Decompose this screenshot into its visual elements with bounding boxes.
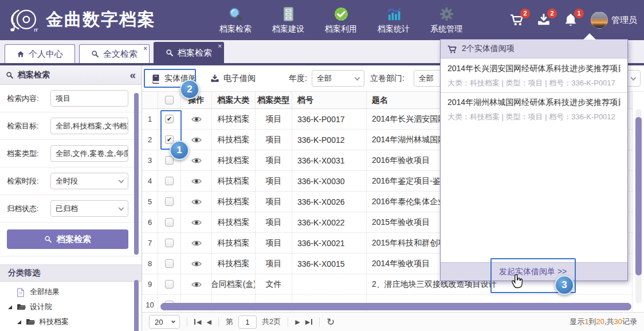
tree-item-tech-archives[interactable]: ◢ 科技档案 bbox=[0, 314, 142, 329]
view-icon[interactable] bbox=[191, 178, 202, 185]
nav-archive-utilization[interactable]: 档案利用 bbox=[319, 6, 363, 34]
view-icon[interactable] bbox=[191, 137, 202, 143]
view-icon[interactable] bbox=[191, 116, 202, 123]
popup-footer: 发起实体借阅单 >> bbox=[441, 262, 627, 281]
cell-archive-type: 项目 bbox=[256, 150, 292, 170]
view-icon[interactable] bbox=[191, 219, 202, 226]
tab-archive-search[interactable]: 档案检索 × bbox=[154, 42, 224, 63]
tree-label: 设计院 bbox=[30, 302, 52, 312]
expander-open-icon[interactable]: ◢ bbox=[7, 304, 13, 310]
tree-scrollbar[interactable] bbox=[134, 280, 139, 331]
button-label: 电子借阅 bbox=[223, 73, 256, 84]
last-page-button[interactable]: ▶ bbox=[305, 318, 312, 326]
scrollbar-thumb[interactable] bbox=[160, 303, 631, 310]
nav-archive-construction[interactable]: 档案建设 bbox=[266, 6, 311, 34]
next-page-button[interactable]: ▶ bbox=[295, 318, 300, 326]
view-icon[interactable] bbox=[191, 281, 202, 288]
cell-code: 336-K-P0017 bbox=[292, 109, 367, 129]
page-number-input[interactable] bbox=[238, 316, 257, 329]
row-checkbox[interactable]: ✔ bbox=[165, 197, 174, 206]
refresh-button[interactable]: ↻ bbox=[327, 316, 335, 328]
cell-archive-class: 科技档案 bbox=[212, 212, 256, 232]
borrow-item-meta: 大类：科技档案 | 类型：项目 | 档号：336-K-P0017 bbox=[447, 78, 621, 88]
horizontal-scrollbar[interactable] bbox=[160, 303, 631, 310]
row-checkbox[interactable]: ✔ bbox=[165, 239, 174, 247]
check-icon: ✔ bbox=[167, 116, 172, 122]
tab-label: 全文检索 bbox=[103, 49, 138, 60]
row-checkbox[interactable]: ✔ bbox=[165, 259, 174, 268]
row-number: 2 bbox=[142, 130, 158, 150]
borrow-item-title: 2014年长兴泗安国网经研体系科技进步奖推荐项目 bbox=[447, 64, 621, 74]
expander-open-icon[interactable]: ◢ bbox=[16, 319, 22, 325]
electronic-borrow-button[interactable]: 电子借阅 bbox=[207, 73, 259, 84]
tab-fulltext-search[interactable]: 全文检索 × bbox=[79, 44, 150, 63]
cart-popup: 2个实体借阅项 2014年长兴泗安国网经研体系科技进步奖推荐项目 大类：科技档案… bbox=[440, 39, 628, 281]
row-number: 9 bbox=[142, 274, 158, 294]
nav-archive-statistics[interactable]: 档案统计 bbox=[371, 6, 416, 34]
cart-icon bbox=[447, 45, 457, 53]
notifications-button[interactable]: 1 bbox=[564, 13, 578, 28]
nav-system-management[interactable]: 系统管理 bbox=[424, 6, 469, 34]
select-value: 已归档 bbox=[56, 204, 78, 214]
cell-code: 336-K-X0015 bbox=[292, 254, 367, 274]
popup-title: 2个实体借阅项 bbox=[462, 44, 515, 54]
download-button[interactable]: 2 bbox=[537, 13, 551, 28]
document-icon bbox=[17, 288, 26, 297]
close-icon[interactable]: × bbox=[144, 45, 147, 52]
borrow-item-meta: 大类：科技档案 | 类型：项目 | 档号：336-K-P0012 bbox=[447, 112, 621, 122]
nav-archive-search[interactable]: 档案检索 bbox=[213, 6, 258, 34]
user-menu[interactable]: 管理员 bbox=[591, 11, 637, 29]
borrow-item[interactable]: 2014年长兴泗安国网经研体系科技进步奖推荐项目 大类：科技档案 | 类型：项目… bbox=[441, 59, 627, 93]
row-checkbox[interactable]: ✔ bbox=[165, 115, 174, 123]
search-icon bbox=[228, 6, 244, 22]
chevron-down-icon bbox=[354, 75, 360, 80]
archive-status-select[interactable]: 已归档 bbox=[50, 200, 128, 217]
scrollbar-thumb[interactable] bbox=[635, 117, 642, 275]
page-size-select[interactable]: 20 bbox=[149, 315, 180, 329]
archive-search-button[interactable]: 档案检索 bbox=[7, 229, 128, 249]
dept-filter-label: 立卷部门: bbox=[370, 73, 405, 84]
time-range-select[interactable]: 全时段 bbox=[50, 173, 128, 189]
view-icon[interactable] bbox=[191, 157, 202, 164]
page-prefix-label: 第 bbox=[226, 317, 233, 327]
view-icon[interactable] bbox=[191, 198, 202, 205]
tab-personal-center[interactable]: 个人中心 bbox=[5, 44, 75, 63]
tree-label: 全部结果 bbox=[30, 287, 60, 297]
close-icon[interactable]: × bbox=[218, 43, 222, 49]
view-icon[interactable] bbox=[191, 240, 202, 247]
popup-caret bbox=[583, 33, 596, 40]
row-checkbox[interactable]: ✔ bbox=[165, 177, 174, 185]
search-target-select[interactable]: 全部,科技档案,文书档案 bbox=[50, 118, 128, 134]
field-label: 检索内容: bbox=[7, 94, 50, 104]
cell-code: 336-K-X0026 bbox=[292, 192, 367, 212]
initiate-borrow-link[interactable]: 发起实体借阅单 >> bbox=[499, 267, 567, 277]
svg-text:IT: IT bbox=[34, 28, 38, 33]
archive-type-select[interactable]: 全部,文件,案卷,盒,年度 bbox=[50, 145, 128, 162]
popup-header: 2个实体借阅项 bbox=[441, 40, 627, 59]
panel-title: 档案检索 bbox=[18, 70, 50, 80]
first-page-button[interactable]: ◀ bbox=[194, 318, 201, 326]
field-label: 检索时段: bbox=[7, 176, 50, 186]
select-all-checkbox[interactable] bbox=[165, 96, 174, 104]
prev-page-button[interactable]: ◀ bbox=[206, 318, 211, 326]
search-panel-header: 档案检索 « bbox=[0, 65, 142, 85]
home-icon bbox=[17, 50, 25, 58]
sidebar-scrollbar[interactable] bbox=[134, 93, 139, 255]
cell-code: 336-K-X0030 bbox=[292, 171, 367, 191]
collapse-panel-button[interactable]: « bbox=[129, 69, 136, 81]
view-icon[interactable] bbox=[191, 260, 202, 267]
row-checkbox[interactable]: ✔ bbox=[165, 280, 174, 289]
tree-item-design-institute[interactable]: ◢ 设计院 bbox=[0, 299, 142, 314]
cart-button[interactable]: 2 bbox=[510, 13, 524, 28]
select-value: 全部,文件,案卷,盒,年度 bbox=[56, 149, 128, 159]
vertical-scrollbar[interactable] bbox=[635, 109, 642, 303]
field-label: 归档状态: bbox=[7, 204, 50, 214]
tab-label: 个人中心 bbox=[29, 49, 63, 60]
year-select[interactable]: 全部 bbox=[312, 70, 364, 87]
cell-archive-type: 项目 bbox=[256, 171, 292, 191]
tree-item-all-results[interactable]: 全部结果 bbox=[0, 285, 142, 299]
row-checkbox[interactable]: ✔ bbox=[165, 218, 174, 227]
cell-code bbox=[292, 274, 367, 294]
borrow-item[interactable]: 2014年湖州林城国网经研体系科技进步奖推荐项目 大类：科技档案 | 类型：项目… bbox=[441, 93, 627, 126]
search-content-input[interactable] bbox=[50, 90, 128, 107]
